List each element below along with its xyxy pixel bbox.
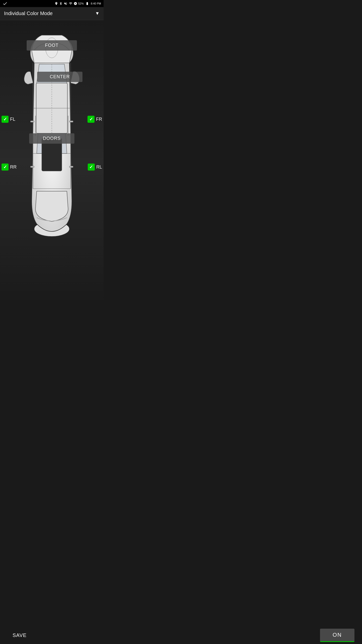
rr-label: RR	[10, 165, 17, 170]
rr-check-icon	[2, 164, 9, 171]
rl-checkbox[interactable]: RL	[88, 164, 102, 171]
page-title: Individual Color Mode	[4, 11, 53, 16]
fr-label: FR	[96, 117, 102, 122]
block-icon	[74, 2, 77, 5]
app-icon	[3, 1, 8, 6]
fr-checkbox[interactable]: FR	[87, 116, 102, 123]
status-bar: 52% 8:40 PM	[0, 0, 104, 7]
mute-icon	[64, 2, 68, 5]
time: 8:40 PM	[91, 2, 101, 5]
dropdown-icon[interactable]: ▼	[95, 11, 100, 16]
rr-checkbox[interactable]: RR	[2, 164, 17, 171]
svg-rect-5	[30, 121, 34, 122]
status-left	[3, 1, 8, 6]
doors-zone-button[interactable]: DOORS	[29, 133, 74, 144]
battery-percent: 52%	[78, 2, 84, 5]
foot-zone-button[interactable]: FOOT	[27, 40, 77, 51]
wifi-icon	[69, 2, 73, 5]
center-zone-button[interactable]: CENTER	[37, 72, 82, 82]
header: Individual Color Mode ▼	[0, 7, 104, 20]
location-icon	[55, 2, 58, 5]
car-container: FOOT CENTER DOORS FL FR RR RL	[17, 25, 87, 252]
fl-checkbox[interactable]: FL	[2, 116, 15, 123]
svg-rect-6	[30, 166, 34, 168]
svg-rect-8	[69, 166, 73, 168]
svg-rect-7	[69, 121, 73, 122]
rl-label: RL	[96, 165, 102, 170]
fr-check-icon	[87, 116, 95, 123]
main-content: FOOT CENTER DOORS FL FR RR RL	[0, 20, 104, 304]
fl-check-icon	[2, 116, 9, 123]
bluetooth-icon	[59, 2, 63, 5]
battery-icon	[85, 2, 90, 5]
fl-label: FL	[10, 117, 15, 122]
rl-check-icon	[88, 164, 95, 171]
status-right: 52% 8:40 PM	[55, 2, 101, 5]
